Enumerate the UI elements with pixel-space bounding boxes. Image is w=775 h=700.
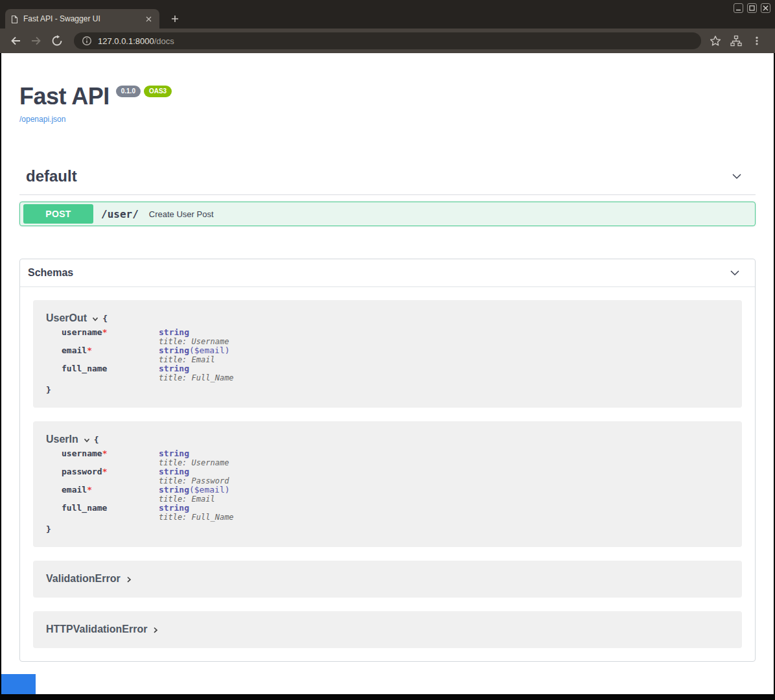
close-brace: } bbox=[46, 385, 729, 395]
url-path: /docs bbox=[154, 36, 174, 46]
property-type-line: string bbox=[159, 467, 229, 476]
open-brace: { bbox=[102, 314, 108, 323]
property-name: email* bbox=[62, 485, 159, 504]
property-title: title: Password bbox=[159, 476, 229, 485]
close-icon bbox=[763, 5, 769, 11]
model-toggle-httpvalidationerror[interactable]: HTTPValidationError bbox=[46, 624, 729, 635]
model-card-userin: UserIn { username* string title: Usernam… bbox=[33, 421, 742, 547]
property-type: string bbox=[159, 503, 189, 513]
tag-section-default[interactable]: default bbox=[19, 159, 756, 195]
chevron-right-icon bbox=[152, 626, 159, 634]
property-name-text: username bbox=[62, 449, 102, 458]
property-name-text: full_name bbox=[62, 364, 107, 373]
property-name: email* bbox=[62, 346, 159, 364]
url-bar[interactable]: 127.0.0.1:8000/docs bbox=[74, 32, 701, 49]
property-details: string title: Full_Name bbox=[159, 364, 234, 382]
screen: Fast API - Swagger UI 127.0.0.1:8000/doc… bbox=[0, 0, 775, 700]
openapi-spec-link[interactable]: /openapi.json bbox=[19, 115, 65, 124]
property-type-line: string bbox=[159, 449, 229, 458]
operation-summary: Create User Post bbox=[149, 209, 214, 219]
model-name: UserIn bbox=[46, 434, 78, 445]
required-star: * bbox=[102, 327, 108, 337]
property-type: string bbox=[159, 364, 189, 373]
property-name: password* bbox=[62, 467, 159, 485]
property-type: string bbox=[159, 327, 189, 337]
property-type: string bbox=[159, 449, 189, 458]
schema-property: username* string title: Username bbox=[62, 449, 729, 467]
bottom-screen-edge bbox=[0, 694, 775, 700]
bookmark-button[interactable] bbox=[706, 32, 724, 50]
property-title: title: Email bbox=[159, 355, 230, 364]
new-tab-button[interactable] bbox=[167, 11, 183, 27]
model-toggle-validationerror[interactable]: ValidationError bbox=[46, 573, 729, 585]
property-title: title: Username bbox=[159, 337, 229, 346]
url-text: 127.0.0.1:8000/docs bbox=[98, 36, 174, 46]
schemas-section: Schemas UserOut { username* s bbox=[19, 259, 756, 662]
reload-button[interactable] bbox=[48, 32, 66, 50]
background-window-fragment bbox=[1, 674, 36, 694]
window-titlebar: Fast API - Swagger UI bbox=[0, 0, 775, 29]
schemas-header[interactable]: Schemas bbox=[20, 259, 755, 287]
url-host: 127.0.0.1:8000 bbox=[98, 36, 154, 46]
property-title: title: Full_Name bbox=[159, 513, 234, 522]
star-icon bbox=[709, 34, 722, 47]
tab-title: Fast API - Swagger UI bbox=[23, 14, 143, 23]
model-properties: username* string title: Username passwor… bbox=[62, 449, 729, 522]
property-type: string bbox=[159, 485, 189, 495]
property-details: string title: Username bbox=[159, 328, 229, 346]
sitemap-icon bbox=[730, 34, 743, 47]
property-name: username* bbox=[62, 449, 159, 467]
chevron-down-icon bbox=[91, 315, 99, 323]
api-title-row: Fast API 0.1.0 OAS3 bbox=[19, 84, 756, 109]
forward-button[interactable] bbox=[27, 32, 45, 50]
kebab-menu-icon bbox=[752, 36, 762, 46]
property-type-line: string bbox=[159, 504, 234, 513]
required-star: * bbox=[87, 345, 92, 355]
page-title: Fast API bbox=[19, 84, 110, 109]
model-name: ValidationError bbox=[46, 573, 121, 585]
method-badge: POST bbox=[23, 204, 93, 224]
model-name: UserOut bbox=[46, 312, 87, 324]
property-type: string bbox=[159, 467, 189, 476]
back-button[interactable] bbox=[6, 32, 25, 50]
tab-close-icon[interactable] bbox=[143, 14, 154, 24]
opblock-post-user[interactable]: POST /user/ Create User Post bbox=[19, 202, 756, 226]
schemas-body: UserOut { username* string title: Userna… bbox=[20, 287, 755, 661]
chevron-down-icon bbox=[83, 436, 91, 444]
property-name: full_name bbox=[62, 364, 159, 382]
model-toggle-userout[interactable]: UserOut { bbox=[46, 312, 729, 324]
browser-menu-button[interactable] bbox=[748, 32, 766, 50]
model-name: HTTPValidationError bbox=[46, 624, 147, 635]
chevron-down-icon[interactable] bbox=[728, 266, 742, 280]
required-star: * bbox=[102, 467, 108, 476]
schema-property: password* string title: Password bbox=[62, 467, 729, 485]
open-brace: { bbox=[94, 435, 99, 445]
plus-icon bbox=[171, 15, 179, 23]
page-icon bbox=[11, 15, 18, 23]
close-button[interactable] bbox=[761, 3, 770, 13]
minimize-button[interactable] bbox=[734, 3, 743, 13]
property-details: string title: Full_Name bbox=[159, 504, 234, 522]
property-format: ($email) bbox=[189, 345, 230, 355]
property-title: title: Username bbox=[159, 458, 229, 467]
browser-tab[interactable]: Fast API - Swagger UI bbox=[5, 9, 159, 29]
maximize-icon bbox=[749, 5, 755, 11]
property-title: title: Email bbox=[159, 495, 230, 504]
model-toggle-userin[interactable]: UserIn { bbox=[46, 434, 729, 445]
property-name-text: email bbox=[62, 485, 87, 495]
property-details: string title: Password bbox=[159, 467, 229, 485]
minimize-icon bbox=[735, 5, 741, 11]
maximize-button[interactable] bbox=[747, 3, 757, 13]
extensions-button[interactable] bbox=[727, 32, 745, 50]
property-type-line: string bbox=[159, 328, 229, 337]
property-type-line: string bbox=[159, 364, 234, 373]
schema-property: full_name string title: Full_Name bbox=[62, 504, 729, 522]
version-badge: 0.1.0 bbox=[116, 86, 141, 97]
property-name-text: email bbox=[62, 345, 87, 355]
chevron-down-icon[interactable] bbox=[730, 169, 744, 183]
site-info-icon bbox=[82, 36, 92, 46]
property-name-text: full_name bbox=[62, 503, 107, 513]
reload-icon bbox=[51, 35, 63, 47]
window-controls bbox=[734, 3, 770, 13]
required-star: * bbox=[102, 449, 108, 458]
